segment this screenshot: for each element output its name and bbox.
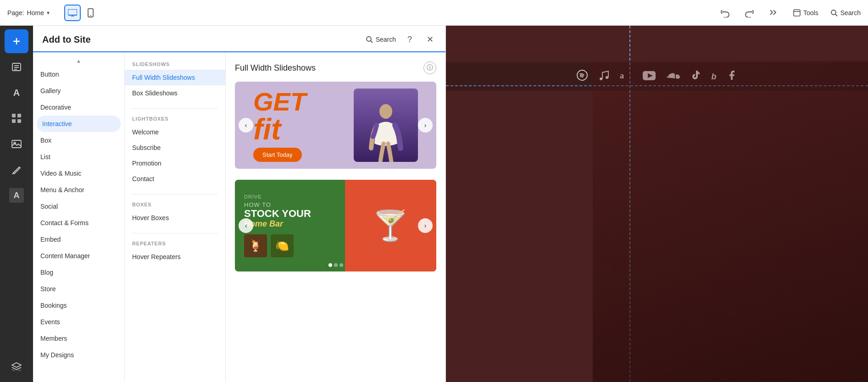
page-selector[interactable]: Page: Home ▾ [7,9,50,17]
category-item-my-designs[interactable]: My Designs [33,347,124,363]
category-item-box[interactable]: Box [33,132,124,149]
undo-button[interactable] [717,5,734,21]
bar-stock-text: STOCK YOUR [244,208,336,219]
bar-home-bar-text: Home Bar [244,219,336,229]
tools-button[interactable]: Tools [789,6,823,19]
divider-3 [132,233,218,233]
sidebar-layers-button[interactable] [5,354,28,378]
subcategory-promotion[interactable]: Promotion [125,155,225,171]
panel-search-label: Search [376,36,396,43]
desktop-view-button[interactable] [64,5,81,21]
subcategory-subscribe[interactable]: Subscribe [125,140,225,155]
subcategory-welcome[interactable]: Welcome [125,124,225,140]
category-item-video-music[interactable]: Video & Music [33,165,124,182]
svg-rect-16 [17,114,21,117]
panel-close-button[interactable]: ✕ [423,33,436,46]
divider-1 [132,108,218,109]
category-item-content-manager[interactable]: Content Manager [33,248,124,264]
fitness-slideshow-card[interactable]: GET fit Start Today [235,82,436,169]
fitness-fit-text: fit [253,115,306,144]
sidebar-design-button[interactable] [5,158,28,182]
subcategory-full-width-slideshows[interactable]: Full Width Slideshows [125,70,225,85]
canvas-area: a b [446,26,868,382]
bar-slide-prev[interactable]: ‹ [239,218,253,233]
boxes-heading: BOXES [125,198,225,210]
subcategory-hover-repeaters[interactable]: Hover Repeaters [125,249,225,265]
sidebar-media-button[interactable] [5,132,28,156]
mobile-view-button[interactable] [83,5,99,21]
canvas-bg-overlay [593,61,868,382]
panel-help-button[interactable]: ? [403,33,416,46]
redo-button[interactable] [741,5,757,21]
slideshows-section: SLIDESHOWS Full Width Slideshows Box Sli… [125,58,225,101]
fitness-figure [354,89,418,162]
fitness-cta-button[interactable]: Start Today [253,148,302,162]
spotify-icon[interactable] [577,70,588,83]
homebar-slideshow-preview: DRIVE HOW TO STOCK YOUR Home Bar 🍹 🍋 🍸 [235,180,436,271]
panel-search-button[interactable]: Search [366,36,396,43]
dot-2 [334,263,338,267]
category-item-social[interactable]: Social [33,198,124,215]
svg-rect-18 [17,119,21,123]
topbar-right: Tools Search [717,5,861,21]
svg-rect-0 [68,9,77,15]
bar-slide-next[interactable]: › [418,218,433,233]
fitness-person-image [354,89,418,162]
fitness-slideshow-preview: GET fit Start Today [235,82,436,169]
category-item-menu-anchor[interactable]: Menu & Anchor [33,182,124,198]
category-item-embed[interactable]: Embed [33,231,124,248]
svg-point-7 [831,10,836,15]
content-title: Full Width Slideshows [235,63,316,73]
bar-how-text: HOW TO [244,201,336,208]
svg-line-22 [371,41,373,43]
svg-line-8 [835,14,837,16]
fitness-slide-prev[interactable]: ‹ [239,118,253,133]
top-search-button[interactable]: Search [830,9,861,17]
category-item-list[interactable]: List [33,149,124,165]
sidebar-text-button[interactable]: A [5,81,28,105]
category-item-store[interactable]: Store [33,281,124,297]
dot-3 [339,263,343,267]
fitness-get-text: GET [253,89,306,115]
category-item-gallery[interactable]: Gallery [33,83,124,99]
topbar-left: Page: Home ▾ [7,5,127,21]
category-item-button[interactable]: Button [33,66,124,83]
sidebar-add-button[interactable] [5,29,28,53]
panel-header: Add to Site Search ? ✕ [33,26,445,52]
bar-eyebrow: DRIVE [244,194,336,199]
info-button[interactable]: ⓘ [423,61,436,74]
homebar-slideshow-card[interactable]: DRIVE HOW TO STOCK YOUR Home Bar 🍹 🍋 🍸 [235,180,436,271]
close-icon: ✕ [427,34,434,44]
category-item-blog[interactable]: Blog [33,264,124,281]
icon-sidebar: A A [0,26,33,382]
sidebar-pages-button[interactable] [5,55,28,79]
category-item-contact-forms[interactable]: Contact & Forms [33,215,124,231]
collapse-button[interactable] [765,5,781,21]
subcategory-panel: SLIDESHOWS Full Width Slideshows Box Sli… [125,52,226,382]
fitness-text: GET fit Start Today [253,89,306,162]
slide-dots [235,263,436,267]
category-item-decorative[interactable]: Decorative [33,99,124,116]
help-icon: ? [407,35,412,44]
fitness-slide-next[interactable]: › [418,118,433,133]
subcategory-hover-boxes[interactable]: Hover Boxes [125,210,225,226]
svg-point-23 [379,104,392,119]
boxes-section: BOXES Hover Boxes [125,198,225,226]
category-item-bookings[interactable]: Bookings [33,297,124,314]
sidebar-apps-button[interactable] [5,106,28,130]
svg-rect-19 [12,140,21,148]
subcategory-contact[interactable]: Contact [125,171,225,187]
category-list: ▲ Button Gallery Decorative Interactive … [33,52,125,382]
category-item-events[interactable]: Events [33,314,124,330]
subcategory-box-slideshows[interactable]: Box Slideshows [125,85,225,101]
topbar: Page: Home ▾ Tools Search [0,0,868,26]
category-item-members[interactable]: Members [33,330,124,347]
svg-point-21 [367,37,371,41]
content-area: Full Width Slideshows ⓘ GET fit Start To… [226,52,445,382]
svg-rect-5 [794,10,800,16]
repeaters-heading: REPEATERS [125,237,225,249]
panel-header-actions: Search ? ✕ [366,33,436,46]
category-item-interactive[interactable]: Interactive [37,116,121,132]
sidebar-brand-button[interactable]: A [5,183,28,207]
svg-rect-17 [12,119,16,123]
